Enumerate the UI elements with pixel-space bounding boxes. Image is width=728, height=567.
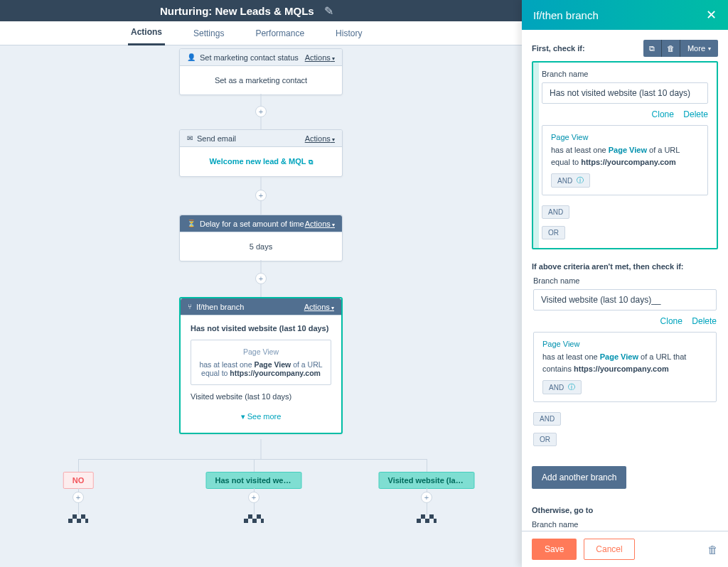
- action-card-delay[interactable]: ⏳ Delay for a set amount of time Actions…: [179, 215, 343, 261]
- panel-title: If/then branch: [533, 9, 706, 21]
- action-card-set-contact-status[interactable]: 👤 Set marketing contact status Actions S…: [179, 48, 343, 95]
- clone-link[interactable]: Clone: [652, 109, 674, 119]
- card-actions-menu[interactable]: Actions: [304, 303, 334, 311]
- and-button[interactable]: AND: [533, 412, 561, 426]
- branch-icon: ⑂: [188, 303, 192, 310]
- branch-group-2: Branch name Clone Delete Page View has a…: [532, 276, 718, 446]
- copy-icon[interactable]: ⧉: [643, 40, 662, 57]
- add-step-button[interactable]: +: [255, 190, 267, 201]
- panel-body[interactable]: First, check if: ⧉ 🗑 More Branch name Cl…: [522, 30, 728, 531]
- panel-header: If/then branch ✕: [522, 0, 728, 30]
- email-icon: ✉: [187, 134, 193, 142]
- tab-history[interactable]: History: [333, 21, 365, 45]
- branch-2-title: Visited website (last 10 days): [191, 392, 331, 401]
- card-actions-menu[interactable]: Actions: [305, 53, 335, 62]
- branch-name-label: Branch name: [532, 520, 718, 529]
- branch-name-label: Branch name: [533, 276, 717, 285]
- second-check-label: If above criteria aren't met, then check…: [532, 262, 718, 271]
- delete-link[interactable]: Delete: [692, 316, 717, 326]
- end-marker-icon: [244, 514, 264, 523]
- criteria-block-1[interactable]: Page View has at least one Page View of …: [542, 125, 708, 195]
- delete-action-icon[interactable]: 🗑: [707, 544, 718, 556]
- and-inner-button[interactable]: ANDⓘ: [542, 380, 582, 394]
- branch-name-input-2[interactable]: [533, 289, 717, 310]
- and-inner-button[interactable]: ANDⓘ: [551, 173, 590, 188]
- branch-name-input-1[interactable]: [542, 82, 708, 104]
- side-panel: If/then branch ✕ First, check if: ⧉ 🗑 Mo…: [522, 0, 728, 567]
- tab-settings[interactable]: Settings: [191, 21, 227, 45]
- criteria-summary: Page View has at least one Page View of …: [191, 340, 331, 385]
- card-title: Send email: [197, 134, 305, 143]
- cancel-button[interactable]: Cancel: [584, 539, 634, 560]
- tab-actions[interactable]: Actions: [128, 21, 165, 45]
- tab-performance[interactable]: Performance: [252, 21, 307, 45]
- hourglass-icon: ⏳: [187, 220, 196, 227]
- save-button[interactable]: Save: [532, 539, 577, 560]
- card-actions-menu[interactable]: Actions: [305, 220, 335, 228]
- add-branch-button[interactable]: Add another branch: [532, 466, 626, 489]
- panel-footer: Save Cancel 🗑: [522, 531, 728, 567]
- otherwise-label: Otherwise, go to: [532, 506, 718, 514]
- person-icon: 👤: [187, 53, 196, 61]
- or-button[interactable]: OR: [542, 226, 565, 239]
- end-marker-icon: [68, 514, 88, 523]
- drag-handle-icon[interactable]: [532, 63, 539, 248]
- action-card-if-then-branch[interactable]: ⑂ If/then branch Actions Has not visited…: [179, 297, 343, 434]
- branch-name-label: Branch name: [542, 70, 708, 78]
- clone-link[interactable]: Clone: [660, 316, 682, 326]
- branch-1-title: Has not visited website (last 10 days): [191, 324, 331, 333]
- card-body: 5 days: [180, 232, 342, 261]
- edit-title-icon[interactable]: ✎: [324, 4, 333, 18]
- add-step-button[interactable]: +: [73, 492, 84, 503]
- info-icon: ⓘ: [568, 382, 575, 392]
- delete-link[interactable]: Delete: [683, 109, 708, 119]
- card-title: Set marketing contact status: [200, 53, 305, 62]
- first-check-label: First, check if:: [532, 44, 585, 53]
- card-actions-menu[interactable]: Actions: [305, 134, 335, 143]
- branch-pill-not-visited[interactable]: Has not visited website…: [206, 472, 302, 489]
- card-title: Delay for a set amount of time: [200, 220, 305, 228]
- criteria-block-2[interactable]: Page View has at least one Page View of …: [533, 332, 717, 402]
- add-step-button[interactable]: +: [255, 273, 267, 284]
- info-icon: ⓘ: [577, 176, 584, 185]
- workflow-canvas[interactable]: 👤 Set marketing contact status Actions S…: [0, 45, 522, 567]
- add-step-button[interactable]: +: [248, 492, 259, 503]
- card-title: If/then branch: [196, 303, 304, 311]
- add-step-button[interactable]: +: [255, 106, 267, 117]
- card-body: Set as a marketing contact: [180, 66, 342, 94]
- end-marker-icon: [417, 514, 437, 523]
- branch-pill-no[interactable]: NO: [63, 472, 94, 489]
- email-link[interactable]: Welcome new lead & MQL⧉: [180, 147, 342, 176]
- branch-pill-visited[interactable]: Visited website (last 10…: [379, 472, 475, 489]
- external-link-icon: ⧉: [309, 158, 313, 166]
- see-more-link[interactable]: ▾ See more: [191, 408, 331, 424]
- add-step-button[interactable]: +: [421, 492, 432, 503]
- more-menu[interactable]: More: [680, 40, 718, 57]
- action-card-send-email[interactable]: ✉ Send email Actions Welcome new lead & …: [179, 129, 343, 177]
- branch-toolbar: ⧉ 🗑 More: [643, 40, 718, 57]
- and-button[interactable]: AND: [542, 205, 569, 219]
- close-icon[interactable]: ✕: [706, 7, 717, 23]
- or-button[interactable]: OR: [533, 433, 557, 446]
- workflow-title: Nurturing: New Leads & MQLs: [160, 5, 314, 17]
- trash-icon[interactable]: 🗑: [662, 40, 680, 57]
- branch-group-1: Branch name Clone Delete Page View has a…: [532, 61, 718, 249]
